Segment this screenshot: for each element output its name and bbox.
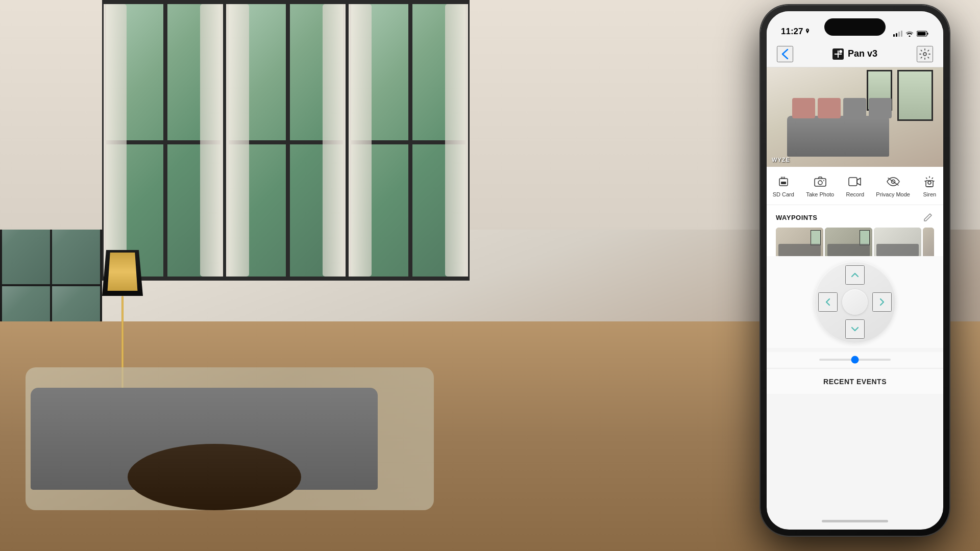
phone-screen: 11:27	[767, 11, 943, 530]
ptz-left-button[interactable]	[818, 292, 838, 312]
location-icon	[805, 29, 810, 35]
status-time: 11:27	[781, 27, 810, 37]
svg-point-11	[818, 181, 822, 185]
sd-card-label: SD Card	[773, 191, 794, 197]
svg-point-16	[928, 181, 931, 184]
ptz-center	[842, 289, 868, 315]
camera-feed-room	[767, 67, 943, 167]
action-sd-card[interactable]: SD Card	[773, 174, 794, 197]
coffee-table	[128, 444, 301, 510]
phone-mockup: 11:27	[761, 5, 949, 536]
privacy-mode-label: Privacy Mode	[876, 191, 910, 197]
back-button[interactable]	[777, 46, 793, 62]
take-photo-label: Take Photo	[806, 191, 834, 197]
svg-point-12	[823, 180, 824, 181]
camera-feed[interactable]: WYZE	[767, 67, 943, 167]
dynamic-island	[824, 18, 886, 36]
camera-feed-window-1	[897, 70, 933, 121]
siren-icon	[922, 174, 937, 189]
siren-label: Siren	[923, 191, 936, 197]
action-siren[interactable]: Siren	[922, 174, 937, 197]
waypoints-header: WAYPOINTS	[767, 205, 943, 228]
waypoints-edit-button[interactable]	[922, 211, 934, 223]
zoom-slider[interactable]	[819, 359, 891, 361]
svg-rect-6	[918, 32, 926, 36]
camera-icon	[813, 174, 828, 189]
zoom-slider-area	[767, 352, 943, 367]
nav-bar: Pan v3	[767, 41, 943, 67]
time-display: 11:27	[781, 27, 803, 37]
waypoints-title: WAYPOINTS	[776, 214, 817, 221]
window-frame-3	[347, 0, 470, 281]
camera-feed-sofa	[787, 116, 889, 157]
recent-events-section[interactable]: RECENT EVENTS	[767, 368, 943, 394]
ptz-controls	[767, 256, 943, 348]
sd-card-icon	[776, 174, 791, 189]
wyze-watermark: WYZE	[772, 157, 790, 163]
window-frame-1	[102, 0, 225, 281]
svg-rect-0	[893, 34, 895, 37]
svg-rect-9	[781, 182, 786, 184]
svg-rect-2	[898, 32, 900, 37]
action-record[interactable]: Record	[846, 174, 864, 197]
quick-actions-bar: SD Card Take Photo	[767, 167, 943, 205]
recent-events-label: RECENT EVENTS	[823, 378, 887, 386]
action-privacy-mode[interactable]: Privacy Mode	[876, 174, 910, 197]
record-label: Record	[846, 191, 864, 197]
ptz-down-button[interactable]	[845, 319, 865, 339]
window-frame-2	[225, 0, 347, 281]
svg-point-7	[923, 53, 926, 56]
eye-icon	[886, 174, 901, 189]
signal-icon	[893, 31, 902, 37]
svg-rect-5	[927, 33, 928, 35]
wifi-icon	[905, 31, 914, 37]
svg-rect-13	[849, 178, 857, 186]
svg-rect-3	[901, 31, 902, 37]
ptz-right-button[interactable]	[872, 292, 892, 312]
battery-icon	[917, 31, 929, 37]
status-icons	[893, 31, 929, 37]
svg-rect-15	[926, 181, 933, 187]
action-take-photo[interactable]: Take Photo	[806, 174, 834, 197]
ptz-wheel	[814, 261, 896, 343]
record-icon	[847, 174, 863, 189]
home-indicator	[822, 520, 888, 522]
camera-name-title: Pan v3	[848, 48, 877, 59]
svg-rect-1	[896, 33, 897, 37]
phone-shell: 11:27	[761, 5, 949, 536]
wyze-camera-icon	[832, 48, 844, 60]
room-center-windows	[102, 0, 470, 281]
settings-button[interactable]	[917, 46, 933, 62]
ptz-up-button[interactable]	[845, 265, 865, 285]
nav-title-area: Pan v3	[832, 48, 877, 60]
